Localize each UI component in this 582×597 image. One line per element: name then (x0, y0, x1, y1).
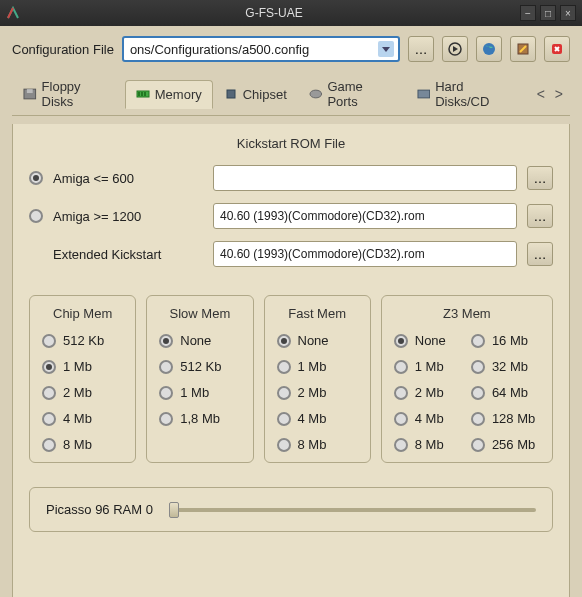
radio-icon[interactable] (159, 360, 173, 374)
globe-button[interactable] (476, 36, 502, 62)
radio-icon[interactable] (394, 334, 408, 348)
tab-bar: Floppy Disks Memory Chipset Game Ports H… (12, 72, 570, 116)
svg-rect-7 (138, 92, 140, 96)
mem-option[interactable]: 16 Mb (471, 333, 540, 348)
label-amiga-1200: Amiga >= 1200 (53, 209, 203, 224)
edit-button[interactable] (510, 36, 536, 62)
delete-button[interactable] (544, 36, 570, 62)
svg-point-1 (483, 43, 495, 55)
browse-ext-kickstart[interactable]: … (527, 242, 553, 266)
radio-icon[interactable] (394, 438, 408, 452)
radio-icon[interactable] (471, 412, 485, 426)
mem-option[interactable]: 2 Mb (277, 385, 358, 400)
gamepad-icon (309, 88, 323, 100)
radio-icon[interactable] (277, 412, 291, 426)
radio-icon[interactable] (277, 360, 291, 374)
browse-amiga-600[interactable]: … (527, 166, 553, 190)
label-ext-kickstart: Extended Kickstart (53, 247, 203, 262)
config-file-value: ons/Configurations/a500.config (130, 42, 309, 57)
chipset-icon (224, 88, 238, 100)
config-file-combo[interactable]: ons/Configurations/a500.config (122, 36, 400, 62)
close-button[interactable]: × (560, 5, 576, 21)
browse-button[interactable]: … (408, 36, 434, 62)
mem-option[interactable]: None (159, 333, 240, 348)
mem-option[interactable]: 1 Mb (394, 359, 463, 374)
svg-point-11 (310, 90, 322, 98)
mem-option[interactable]: 256 Mb (471, 437, 540, 452)
mem-option[interactable]: None (277, 333, 358, 348)
mem-option[interactable]: 4 Mb (394, 411, 463, 426)
radio-amiga-1200[interactable] (29, 209, 43, 223)
slow-mem-group: Slow Mem None512 Kb1 Mb1,8 Mb (146, 295, 253, 463)
radio-icon[interactable] (471, 360, 485, 374)
mem-option[interactable]: 1 Mb (42, 359, 123, 374)
radio-icon[interactable] (394, 386, 408, 400)
radio-icon[interactable] (42, 386, 56, 400)
play-button[interactable] (442, 36, 468, 62)
radio-icon[interactable] (42, 438, 56, 452)
kickstart-title: Kickstart ROM File (29, 136, 553, 151)
svg-rect-10 (227, 90, 235, 98)
radio-icon[interactable] (42, 334, 56, 348)
radio-icon[interactable] (277, 386, 291, 400)
mem-option[interactable]: 64 Mb (471, 385, 540, 400)
radio-icon[interactable] (471, 438, 485, 452)
tab-hard-disks[interactable]: Hard Disks/CD (406, 72, 530, 115)
mem-option[interactable]: 1 Mb (159, 385, 240, 400)
floppy-icon (23, 88, 37, 100)
mem-option[interactable]: 512 Kb (42, 333, 123, 348)
chip-mem-group: Chip Mem 512 Kb1 Mb2 Mb4 Mb8 Mb (29, 295, 136, 463)
slider-thumb[interactable] (169, 502, 179, 518)
picasso-group: Picasso 96 RAM 0 (29, 487, 553, 532)
tab-chipset[interactable]: Chipset (213, 80, 298, 108)
radio-amiga-600[interactable] (29, 171, 43, 185)
mem-option[interactable]: 1,8 Mb (159, 411, 240, 426)
input-amiga-600[interactable] (213, 165, 517, 191)
mem-option[interactable]: 128 Mb (471, 411, 540, 426)
svg-rect-12 (418, 90, 430, 98)
radio-icon[interactable] (159, 334, 173, 348)
mem-option[interactable]: 8 Mb (277, 437, 358, 452)
memory-panel: Kickstart ROM File Amiga <= 600 … Amiga … (12, 124, 570, 597)
maximize-button[interactable]: □ (540, 5, 556, 21)
mem-option[interactable]: 2 Mb (394, 385, 463, 400)
config-file-label: Configuration File (12, 42, 114, 57)
mem-option[interactable]: 1 Mb (277, 359, 358, 374)
radio-icon[interactable] (471, 386, 485, 400)
radio-icon[interactable] (394, 412, 408, 426)
picasso-slider[interactable] (169, 508, 536, 512)
mem-option[interactable]: 8 Mb (394, 437, 463, 452)
tab-floppy-disks[interactable]: Floppy Disks (12, 72, 125, 115)
radio-icon[interactable] (159, 386, 173, 400)
mem-option[interactable]: 4 Mb (277, 411, 358, 426)
radio-icon[interactable] (471, 334, 485, 348)
radio-icon[interactable] (159, 412, 173, 426)
harddisk-icon (417, 88, 431, 100)
fast-mem-group: Fast Mem None1 Mb2 Mb4 Mb8 Mb (264, 295, 371, 463)
tab-game-ports[interactable]: Game Ports (298, 72, 406, 115)
app-icon (6, 6, 20, 20)
window-title: G-FS-UAE (28, 6, 520, 20)
radio-icon[interactable] (42, 360, 56, 374)
mem-option[interactable]: 2 Mb (42, 385, 123, 400)
mem-option[interactable]: 32 Mb (471, 359, 540, 374)
picasso-label: Picasso 96 RAM 0 (46, 502, 153, 517)
mem-option[interactable]: 512 Kb (159, 359, 240, 374)
radio-icon[interactable] (394, 360, 408, 374)
mem-option[interactable]: 4 Mb (42, 411, 123, 426)
mem-option[interactable]: None (394, 333, 463, 348)
input-amiga-1200[interactable] (213, 203, 517, 229)
tab-scroll-left-icon[interactable]: < (534, 86, 548, 102)
tab-scroll-right-icon[interactable]: > (552, 86, 566, 102)
chevron-down-icon[interactable] (378, 41, 394, 57)
browse-amiga-1200[interactable]: … (527, 204, 553, 228)
memory-icon (136, 88, 150, 100)
input-ext-kickstart[interactable] (213, 241, 517, 267)
mem-option[interactable]: 8 Mb (42, 437, 123, 452)
titlebar: G-FS-UAE − □ × (0, 0, 582, 26)
radio-icon[interactable] (42, 412, 56, 426)
minimize-button[interactable]: − (520, 5, 536, 21)
tab-memory[interactable]: Memory (125, 80, 213, 109)
radio-icon[interactable] (277, 438, 291, 452)
radio-icon[interactable] (277, 334, 291, 348)
